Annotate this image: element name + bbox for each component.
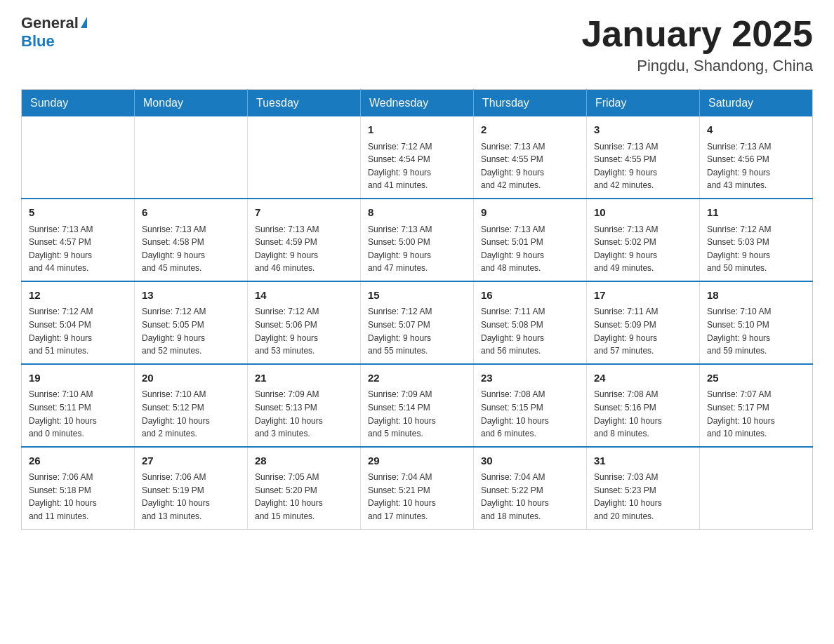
calendar-cell: 14Sunrise: 7:12 AM Sunset: 5:06 PM Dayli… <box>248 281 361 364</box>
day-info: Sunrise: 7:13 AM Sunset: 4:58 PM Dayligh… <box>142 223 240 275</box>
day-info: Sunrise: 7:13 AM Sunset: 5:01 PM Dayligh… <box>481 223 579 275</box>
day-number: 22 <box>368 370 466 387</box>
day-number: 7 <box>255 205 353 221</box>
calendar-header-friday: Friday <box>587 90 700 117</box>
day-info: Sunrise: 7:12 AM Sunset: 5:07 PM Dayligh… <box>368 305 466 357</box>
calendar-header-wednesday: Wednesday <box>361 90 474 117</box>
logo: General Blue <box>21 14 87 51</box>
calendar-cell: 20Sunrise: 7:10 AM Sunset: 5:12 PM Dayli… <box>135 364 248 447</box>
day-info: Sunrise: 7:10 AM Sunset: 5:10 PM Dayligh… <box>707 305 805 357</box>
calendar-cell: 28Sunrise: 7:05 AM Sunset: 5:20 PM Dayli… <box>248 447 361 529</box>
calendar-header-tuesday: Tuesday <box>248 90 361 117</box>
calendar-cell: 15Sunrise: 7:12 AM Sunset: 5:07 PM Dayli… <box>361 281 474 364</box>
day-number: 18 <box>707 288 805 304</box>
calendar-cell: 31Sunrise: 7:03 AM Sunset: 5:23 PM Dayli… <box>587 447 700 529</box>
day-number: 17 <box>594 288 692 304</box>
day-number: 13 <box>142 288 240 304</box>
day-number: 21 <box>255 370 353 387</box>
day-number: 31 <box>594 453 692 469</box>
calendar-cell: 30Sunrise: 7:04 AM Sunset: 5:22 PM Dayli… <box>474 447 587 529</box>
day-info: Sunrise: 7:13 AM Sunset: 5:00 PM Dayligh… <box>368 223 466 275</box>
day-info: Sunrise: 7:12 AM Sunset: 5:06 PM Dayligh… <box>255 305 353 357</box>
calendar-week-1: 1Sunrise: 7:12 AM Sunset: 4:54 PM Daylig… <box>22 116 813 199</box>
day-info: Sunrise: 7:08 AM Sunset: 5:15 PM Dayligh… <box>481 388 579 440</box>
calendar-cell: 26Sunrise: 7:06 AM Sunset: 5:18 PM Dayli… <box>22 447 135 529</box>
day-info: Sunrise: 7:09 AM Sunset: 5:14 PM Dayligh… <box>368 388 466 440</box>
day-info: Sunrise: 7:13 AM Sunset: 4:55 PM Dayligh… <box>481 140 579 192</box>
calendar-cell: 23Sunrise: 7:08 AM Sunset: 5:15 PM Dayli… <box>474 364 587 447</box>
day-info: Sunrise: 7:12 AM Sunset: 4:54 PM Dayligh… <box>368 140 466 192</box>
calendar-cell: 4Sunrise: 7:13 AM Sunset: 4:56 PM Daylig… <box>700 116 813 199</box>
day-number: 24 <box>594 370 692 387</box>
calendar-cell <box>135 116 248 199</box>
calendar-cell: 7Sunrise: 7:13 AM Sunset: 4:59 PM Daylig… <box>248 199 361 281</box>
logo-general-text: General <box>21 14 79 32</box>
day-number: 16 <box>481 288 579 304</box>
day-number: 11 <box>707 205 805 221</box>
calendar-cell: 25Sunrise: 7:07 AM Sunset: 5:17 PM Dayli… <box>700 364 813 447</box>
calendar-cell: 16Sunrise: 7:11 AM Sunset: 5:08 PM Dayli… <box>474 281 587 364</box>
calendar-cell: 21Sunrise: 7:09 AM Sunset: 5:13 PM Dayli… <box>248 364 361 447</box>
day-info: Sunrise: 7:10 AM Sunset: 5:11 PM Dayligh… <box>29 388 127 440</box>
day-number: 8 <box>368 205 466 221</box>
day-number: 10 <box>594 205 692 221</box>
calendar-cell: 24Sunrise: 7:08 AM Sunset: 5:16 PM Dayli… <box>587 364 700 447</box>
day-info: Sunrise: 7:11 AM Sunset: 5:09 PM Dayligh… <box>594 305 692 357</box>
day-info: Sunrise: 7:12 AM Sunset: 5:03 PM Dayligh… <box>707 223 805 275</box>
calendar-cell: 8Sunrise: 7:13 AM Sunset: 5:00 PM Daylig… <box>361 199 474 281</box>
location-text: Pingdu, Shandong, China <box>581 57 813 75</box>
day-number: 30 <box>481 453 579 469</box>
calendar-cell <box>22 116 135 199</box>
calendar-cell: 5Sunrise: 7:13 AM Sunset: 4:57 PM Daylig… <box>22 199 135 281</box>
calendar-week-2: 5Sunrise: 7:13 AM Sunset: 4:57 PM Daylig… <box>22 199 813 281</box>
day-info: Sunrise: 7:08 AM Sunset: 5:16 PM Dayligh… <box>594 388 692 440</box>
calendar-header-sunday: Sunday <box>22 90 135 117</box>
calendar-cell: 12Sunrise: 7:12 AM Sunset: 5:04 PM Dayli… <box>22 281 135 364</box>
day-number: 23 <box>481 370 579 387</box>
calendar-table: SundayMondayTuesdayWednesdayThursdayFrid… <box>21 89 813 529</box>
day-info: Sunrise: 7:11 AM Sunset: 5:08 PM Dayligh… <box>481 305 579 357</box>
calendar-header-saturday: Saturday <box>700 90 813 117</box>
calendar-week-5: 26Sunrise: 7:06 AM Sunset: 5:18 PM Dayli… <box>22 447 813 529</box>
calendar-week-3: 12Sunrise: 7:12 AM Sunset: 5:04 PM Dayli… <box>22 281 813 364</box>
day-info: Sunrise: 7:05 AM Sunset: 5:20 PM Dayligh… <box>255 471 353 523</box>
day-info: Sunrise: 7:13 AM Sunset: 5:02 PM Dayligh… <box>594 223 692 275</box>
calendar-cell: 10Sunrise: 7:13 AM Sunset: 5:02 PM Dayli… <box>587 199 700 281</box>
day-number: 28 <box>255 453 353 469</box>
day-number: 26 <box>29 453 127 469</box>
day-number: 14 <box>255 288 353 304</box>
day-info: Sunrise: 7:12 AM Sunset: 5:05 PM Dayligh… <box>142 305 240 357</box>
calendar-week-4: 19Sunrise: 7:10 AM Sunset: 5:11 PM Dayli… <box>22 364 813 447</box>
day-number: 12 <box>29 288 127 304</box>
calendar-cell: 1Sunrise: 7:12 AM Sunset: 4:54 PM Daylig… <box>361 116 474 199</box>
day-info: Sunrise: 7:06 AM Sunset: 5:19 PM Dayligh… <box>142 471 240 523</box>
day-info: Sunrise: 7:03 AM Sunset: 5:23 PM Dayligh… <box>594 471 692 523</box>
day-info: Sunrise: 7:13 AM Sunset: 4:55 PM Dayligh… <box>594 140 692 192</box>
day-info: Sunrise: 7:13 AM Sunset: 4:56 PM Dayligh… <box>707 140 805 192</box>
calendar-cell <box>700 447 813 529</box>
day-number: 27 <box>142 453 240 469</box>
day-info: Sunrise: 7:10 AM Sunset: 5:12 PM Dayligh… <box>142 388 240 440</box>
logo-triangle-icon <box>81 17 87 28</box>
day-info: Sunrise: 7:13 AM Sunset: 4:59 PM Dayligh… <box>255 223 353 275</box>
calendar-cell: 19Sunrise: 7:10 AM Sunset: 5:11 PM Dayli… <box>22 364 135 447</box>
day-number: 5 <box>29 205 127 221</box>
calendar-cell: 9Sunrise: 7:13 AM Sunset: 5:01 PM Daylig… <box>474 199 587 281</box>
calendar-cell: 11Sunrise: 7:12 AM Sunset: 5:03 PM Dayli… <box>700 199 813 281</box>
day-number: 6 <box>142 205 240 221</box>
day-number: 29 <box>368 453 466 469</box>
calendar-header-thursday: Thursday <box>474 90 587 117</box>
day-number: 1 <box>368 122 466 138</box>
day-number: 4 <box>707 122 805 138</box>
calendar-cell: 6Sunrise: 7:13 AM Sunset: 4:58 PM Daylig… <box>135 199 248 281</box>
calendar-cell: 3Sunrise: 7:13 AM Sunset: 4:55 PM Daylig… <box>587 116 700 199</box>
day-info: Sunrise: 7:04 AM Sunset: 5:21 PM Dayligh… <box>368 471 466 523</box>
month-title: January 2025 <box>581 14 813 54</box>
title-section: January 2025 Pingdu, Shandong, China <box>581 14 813 75</box>
day-number: 3 <box>594 122 692 138</box>
calendar-cell: 29Sunrise: 7:04 AM Sunset: 5:21 PM Dayli… <box>361 447 474 529</box>
day-number: 2 <box>481 122 579 138</box>
day-number: 9 <box>481 205 579 221</box>
day-number: 15 <box>368 288 466 304</box>
calendar-cell: 17Sunrise: 7:11 AM Sunset: 5:09 PM Dayli… <box>587 281 700 364</box>
